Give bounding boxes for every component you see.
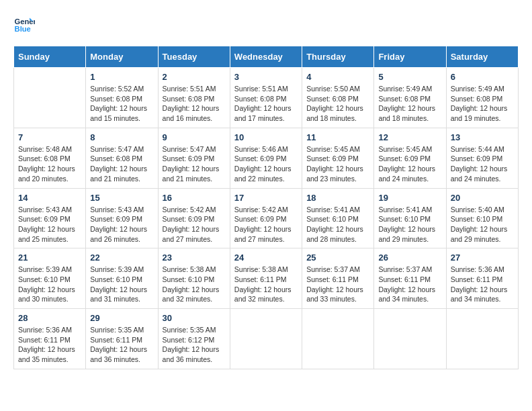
logo-icon: General Blue bbox=[13, 13, 35, 35]
day-number: 18 bbox=[306, 193, 369, 203]
day-number: 6 bbox=[451, 72, 514, 82]
day-number: 11 bbox=[306, 132, 369, 142]
day-info: Sunrise: 5:35 AM Sunset: 6:12 PM Dayligh… bbox=[163, 325, 226, 365]
day-info: Sunrise: 5:43 AM Sunset: 6:09 PM Dayligh… bbox=[18, 205, 81, 244]
day-cell: 19Sunrise: 5:41 AM Sunset: 6:10 PM Dayli… bbox=[374, 188, 446, 248]
day-info: Sunrise: 5:40 AM Sunset: 6:10 PM Dayligh… bbox=[451, 205, 514, 244]
logo: General Blue bbox=[13, 13, 38, 35]
week-row-2: 7Sunrise: 5:48 AM Sunset: 6:08 PM Daylig… bbox=[14, 128, 519, 188]
day-number: 12 bbox=[378, 132, 441, 142]
day-number: 13 bbox=[451, 132, 514, 142]
day-number: 5 bbox=[378, 72, 441, 82]
day-cell bbox=[14, 68, 86, 128]
svg-text:General: General bbox=[15, 17, 35, 26]
day-info: Sunrise: 5:37 AM Sunset: 6:11 PM Dayligh… bbox=[378, 265, 441, 304]
week-row-1: 1Sunrise: 5:52 AM Sunset: 6:08 PM Daylig… bbox=[14, 68, 519, 128]
day-info: Sunrise: 5:42 AM Sunset: 6:09 PM Dayligh… bbox=[234, 205, 298, 244]
day-number: 30 bbox=[163, 313, 226, 323]
day-info: Sunrise: 5:47 AM Sunset: 6:09 PM Dayligh… bbox=[163, 144, 226, 184]
header-cell-sunday: Sunday bbox=[14, 46, 86, 68]
day-info: Sunrise: 5:37 AM Sunset: 6:11 PM Dayligh… bbox=[306, 265, 369, 304]
header-cell-saturday: Saturday bbox=[446, 46, 518, 68]
day-info: Sunrise: 5:36 AM Sunset: 6:11 PM Dayligh… bbox=[451, 265, 514, 304]
day-info: Sunrise: 5:50 AM Sunset: 6:08 PM Dayligh… bbox=[306, 84, 369, 124]
header-cell-thursday: Thursday bbox=[302, 46, 374, 68]
week-row-5: 28Sunrise: 5:36 AM Sunset: 6:11 PM Dayli… bbox=[14, 309, 519, 369]
day-cell: 14Sunrise: 5:43 AM Sunset: 6:09 PM Dayli… bbox=[14, 188, 86, 248]
day-info: Sunrise: 5:35 AM Sunset: 6:11 PM Dayligh… bbox=[90, 325, 153, 365]
day-info: Sunrise: 5:52 AM Sunset: 6:08 PM Dayligh… bbox=[90, 84, 153, 124]
day-info: Sunrise: 5:49 AM Sunset: 6:08 PM Dayligh… bbox=[451, 84, 514, 124]
day-cell: 29Sunrise: 5:35 AM Sunset: 6:11 PM Dayli… bbox=[86, 309, 158, 369]
day-cell: 13Sunrise: 5:44 AM Sunset: 6:09 PM Dayli… bbox=[446, 128, 518, 188]
week-row-3: 14Sunrise: 5:43 AM Sunset: 6:09 PM Dayli… bbox=[14, 188, 519, 248]
svg-text:Blue: Blue bbox=[15, 25, 31, 33]
day-number: 3 bbox=[234, 72, 298, 82]
day-cell: 5Sunrise: 5:49 AM Sunset: 6:08 PM Daylig… bbox=[374, 68, 446, 128]
day-info: Sunrise: 5:41 AM Sunset: 6:10 PM Dayligh… bbox=[306, 205, 369, 244]
day-cell: 24Sunrise: 5:38 AM Sunset: 6:11 PM Dayli… bbox=[230, 248, 302, 309]
day-cell bbox=[374, 309, 446, 369]
day-cell: 25Sunrise: 5:37 AM Sunset: 6:11 PM Dayli… bbox=[302, 248, 374, 309]
header-cell-wednesday: Wednesday bbox=[230, 46, 302, 68]
day-number: 19 bbox=[378, 193, 441, 203]
day-number: 17 bbox=[234, 193, 298, 203]
day-number: 28 bbox=[18, 313, 81, 323]
day-number: 25 bbox=[306, 253, 369, 263]
day-cell: 1Sunrise: 5:52 AM Sunset: 6:08 PM Daylig… bbox=[86, 68, 158, 128]
header-cell-monday: Monday bbox=[86, 46, 158, 68]
day-cell: 3Sunrise: 5:51 AM Sunset: 6:08 PM Daylig… bbox=[230, 68, 302, 128]
day-info: Sunrise: 5:39 AM Sunset: 6:10 PM Dayligh… bbox=[18, 265, 81, 304]
day-cell: 4Sunrise: 5:50 AM Sunset: 6:08 PM Daylig… bbox=[302, 68, 374, 128]
day-cell: 20Sunrise: 5:40 AM Sunset: 6:10 PM Dayli… bbox=[446, 188, 518, 248]
header-cell-friday: Friday bbox=[374, 46, 446, 68]
day-cell: 12Sunrise: 5:45 AM Sunset: 6:09 PM Dayli… bbox=[374, 128, 446, 188]
day-cell: 7Sunrise: 5:48 AM Sunset: 6:08 PM Daylig… bbox=[14, 128, 86, 188]
day-info: Sunrise: 5:43 AM Sunset: 6:09 PM Dayligh… bbox=[90, 205, 153, 244]
day-cell: 9Sunrise: 5:47 AM Sunset: 6:09 PM Daylig… bbox=[158, 128, 230, 188]
day-number: 16 bbox=[163, 193, 226, 203]
day-cell: 23Sunrise: 5:38 AM Sunset: 6:10 PM Dayli… bbox=[158, 248, 230, 309]
day-number: 24 bbox=[234, 253, 298, 263]
day-info: Sunrise: 5:49 AM Sunset: 6:08 PM Dayligh… bbox=[378, 84, 441, 124]
day-info: Sunrise: 5:51 AM Sunset: 6:08 PM Dayligh… bbox=[234, 84, 298, 124]
day-info: Sunrise: 5:46 AM Sunset: 6:09 PM Dayligh… bbox=[234, 144, 298, 184]
day-number: 10 bbox=[234, 132, 298, 142]
day-info: Sunrise: 5:41 AM Sunset: 6:10 PM Dayligh… bbox=[378, 205, 441, 244]
day-cell: 27Sunrise: 5:36 AM Sunset: 6:11 PM Dayli… bbox=[446, 248, 518, 309]
day-number: 23 bbox=[163, 253, 226, 263]
day-cell: 22Sunrise: 5:39 AM Sunset: 6:10 PM Dayli… bbox=[86, 248, 158, 309]
calendar-table: SundayMondayTuesdayWednesdayThursdayFrid… bbox=[13, 46, 519, 369]
page-header: General Blue bbox=[13, 13, 519, 35]
day-number: 27 bbox=[451, 253, 514, 263]
day-info: Sunrise: 5:39 AM Sunset: 6:10 PM Dayligh… bbox=[90, 265, 153, 304]
day-number: 1 bbox=[90, 72, 153, 82]
day-cell: 2Sunrise: 5:51 AM Sunset: 6:08 PM Daylig… bbox=[158, 68, 230, 128]
day-info: Sunrise: 5:48 AM Sunset: 6:08 PM Dayligh… bbox=[18, 144, 81, 184]
day-info: Sunrise: 5:51 AM Sunset: 6:08 PM Dayligh… bbox=[163, 84, 226, 124]
day-number: 29 bbox=[90, 313, 153, 323]
day-number: 4 bbox=[306, 72, 369, 82]
day-number: 2 bbox=[163, 72, 226, 82]
day-cell: 11Sunrise: 5:45 AM Sunset: 6:09 PM Dayli… bbox=[302, 128, 374, 188]
day-cell bbox=[302, 309, 374, 369]
day-cell: 28Sunrise: 5:36 AM Sunset: 6:11 PM Dayli… bbox=[14, 309, 86, 369]
day-info: Sunrise: 5:44 AM Sunset: 6:09 PM Dayligh… bbox=[451, 144, 514, 184]
day-info: Sunrise: 5:38 AM Sunset: 6:10 PM Dayligh… bbox=[163, 265, 226, 304]
day-cell: 26Sunrise: 5:37 AM Sunset: 6:11 PM Dayli… bbox=[374, 248, 446, 309]
day-cell bbox=[446, 309, 518, 369]
day-number: 14 bbox=[18, 193, 81, 203]
header-row: SundayMondayTuesdayWednesdayThursdayFrid… bbox=[14, 46, 519, 68]
day-info: Sunrise: 5:38 AM Sunset: 6:11 PM Dayligh… bbox=[234, 265, 298, 304]
day-cell: 6Sunrise: 5:49 AM Sunset: 6:08 PM Daylig… bbox=[446, 68, 518, 128]
day-number: 21 bbox=[18, 253, 81, 263]
day-number: 20 bbox=[451, 193, 514, 203]
day-info: Sunrise: 5:42 AM Sunset: 6:09 PM Dayligh… bbox=[163, 205, 226, 244]
day-cell bbox=[230, 309, 302, 369]
day-cell: 16Sunrise: 5:42 AM Sunset: 6:09 PM Dayli… bbox=[158, 188, 230, 248]
day-info: Sunrise: 5:47 AM Sunset: 6:08 PM Dayligh… bbox=[90, 144, 153, 184]
day-cell: 17Sunrise: 5:42 AM Sunset: 6:09 PM Dayli… bbox=[230, 188, 302, 248]
day-cell: 21Sunrise: 5:39 AM Sunset: 6:10 PM Dayli… bbox=[14, 248, 86, 309]
day-number: 26 bbox=[378, 253, 441, 263]
day-cell: 30Sunrise: 5:35 AM Sunset: 6:12 PM Dayli… bbox=[158, 309, 230, 369]
